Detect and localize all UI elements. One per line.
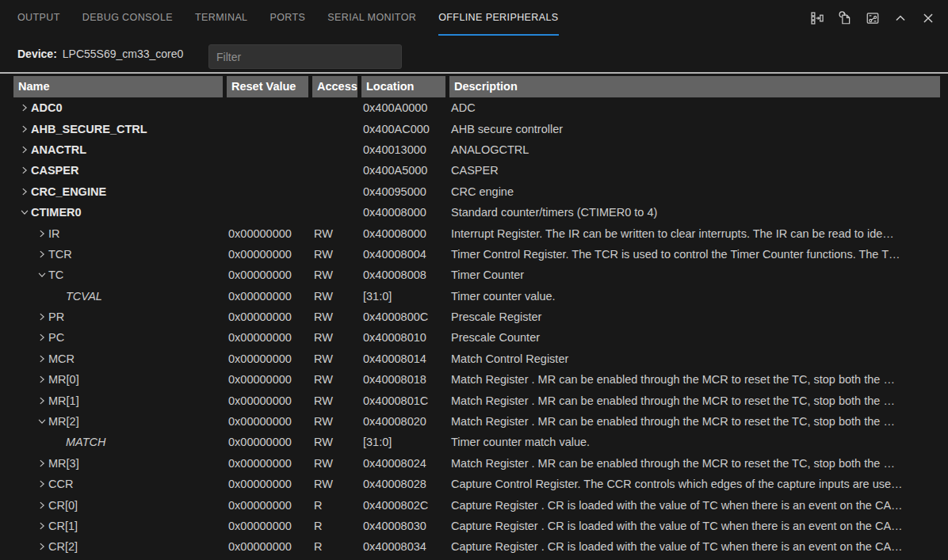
export-register-view-icon[interactable]: [808, 10, 826, 27]
table-row[interactable]: MCR0x00000000RW0x40008014Match Control R…: [13, 349, 940, 369]
table-row[interactable]: MR[1]0x00000000RW0x4000801CMatch Registe…: [13, 390, 940, 410]
reset-value-cell: 0x00000000: [227, 373, 308, 386]
location-cell: 0x4000802C: [361, 499, 445, 512]
table-row[interactable]: PR0x00000000RW0x4000800CPrescale Registe…: [13, 307, 940, 327]
description-cell: AHB secure controller: [449, 123, 940, 135]
registers-table: Name Reset Value Access Location Descrip…: [13, 76, 940, 558]
name-cell: MATCH: [13, 436, 223, 448]
description-cell: CRC engine: [449, 185, 940, 198]
access-cell: RW: [312, 290, 357, 303]
name-cell: MR[3]: [13, 457, 223, 470]
table-row[interactable]: MR[2]0x00000000RW0x40008020Match Registe…: [13, 411, 940, 432]
device-toolbar: Device: LPC55S69_cm33_core0: [0, 36, 948, 72]
table-row[interactable]: ADC00x400A0000ADC: [13, 97, 940, 118]
table-row[interactable]: CRC_ENGINE0x40095000CRC engine: [13, 181, 940, 202]
chevron-right-icon[interactable]: [18, 164, 31, 177]
chevron-right-icon[interactable]: [36, 331, 48, 344]
register-name: PC: [48, 331, 64, 344]
chevron-right-icon[interactable]: [36, 227, 48, 240]
table-row[interactable]: CR[0]0x00000000R0x4000802CCapture Regist…: [13, 494, 940, 515]
location-cell: 0x4000800C: [361, 310, 445, 323]
table-row[interactable]: ANACTRL0x40013000ANALOGCTRL: [13, 139, 940, 160]
column-header-description: Description: [449, 76, 940, 97]
chevron-right-icon[interactable]: [36, 352, 48, 365]
chevron-down-icon[interactable]: [36, 269, 48, 281]
chevron-right-icon[interactable]: [36, 478, 48, 490]
tab-output[interactable]: OUTPUT: [17, 0, 60, 36]
reset-value-cell: 0x00000000: [227, 520, 308, 532]
device-label: Device:: [17, 48, 57, 60]
table-row[interactable]: CR[2]0x00000000R0x40008034Capture Regist…: [13, 536, 940, 557]
reset-value-cell: 0x00000000: [227, 248, 308, 261]
table-row[interactable]: MR[0]0x00000000RW0x40008018Match Registe…: [13, 369, 940, 390]
chevron-down-icon[interactable]: [18, 206, 31, 219]
table-body: ADC00x400A0000ADCAHB_SECURE_CTRL0x400AC0…: [13, 97, 940, 558]
access-cell: RW: [312, 373, 357, 386]
close-icon[interactable]: [919, 10, 937, 27]
name-cell: CTIMER0: [13, 206, 223, 219]
chevron-right-icon[interactable]: [36, 520, 48, 532]
table-row[interactable]: MR[3]0x00000000RW0x40008024Match Registe…: [13, 453, 940, 474]
table-row[interactable]: CTIMER00x40008000Standard counter/timers…: [13, 202, 940, 223]
access-cell: RW: [312, 394, 357, 407]
location-cell: 0x40008028: [361, 478, 445, 490]
register-name: CCR: [48, 478, 73, 490]
chevron-down-icon[interactable]: [36, 415, 48, 428]
description-cell: Standard counter/timers (CTIMER0 to 4): [449, 206, 940, 219]
table-row[interactable]: TCR0x00000000RW0x40008004Timer Control R…: [13, 244, 940, 265]
table-row[interactable]: CCR0x00000000RW0x40008028Capture Control…: [13, 474, 940, 494]
table-row[interactable]: IR0x00000000RW0x40008000Interrupt Regist…: [13, 223, 940, 243]
register-name: MR[3]: [48, 457, 79, 470]
filter-input[interactable]: [208, 44, 402, 69]
chevron-right-icon[interactable]: [18, 123, 31, 135]
name-cell: PR: [13, 310, 223, 323]
name-cell: CASPER: [13, 164, 223, 177]
chevron-right-icon[interactable]: [36, 248, 48, 261]
chevron-right-icon[interactable]: [36, 499, 48, 512]
tab-terminal[interactable]: TERMINAL: [195, 0, 247, 36]
description-cell: Timer Counter: [449, 269, 940, 281]
table-row[interactable]: PC0x00000000RW0x40008010Prescale Counter: [13, 327, 940, 348]
description-cell: ADC: [449, 101, 940, 114]
chevron-right-icon[interactable]: [36, 373, 48, 386]
name-cell: CCR: [13, 478, 223, 490]
register-name: ANACTRL: [31, 143, 86, 156]
chevron-right-icon[interactable]: [36, 457, 48, 470]
tab-serial-monitor[interactable]: SERIAL MONITOR: [327, 0, 416, 36]
register-name: CR[0]: [48, 499, 78, 512]
chevron-right-icon[interactable]: [36, 540, 48, 553]
location-cell: 0x4000801C: [361, 394, 445, 407]
location-cell: 0x40008024: [361, 457, 445, 470]
table-row[interactable]: TC0x00000000RW0x40008008Timer Counter: [13, 265, 940, 285]
chevron-right-icon[interactable]: [18, 185, 31, 198]
description-cell: Match Register . MR can be enabled throu…: [449, 373, 940, 386]
description-cell: Capture Control Register. The CCR contro…: [449, 478, 940, 490]
location-cell: 0x40008014: [361, 352, 445, 365]
chevron-right-icon[interactable]: [36, 394, 48, 407]
register-name: TCR: [48, 248, 72, 261]
description-cell: Timer Control Register. The TCR is used …: [449, 248, 940, 261]
description-cell: ANALOGCTRL: [449, 143, 940, 156]
table-row[interactable]: CR[1]0x00000000R0x40008030Capture Regist…: [13, 516, 940, 536]
peripherals-view-icon[interactable]: [864, 10, 881, 27]
chevron-right-icon[interactable]: [18, 101, 31, 114]
reset-value-cell: 0x00000000: [227, 499, 308, 512]
table-row[interactable]: MATCH0x00000000RW[31:0]Timer counter mat…: [13, 432, 940, 452]
table-row[interactable]: AHB_SECURE_CTRL0x400AC000AHB secure cont…: [13, 118, 940, 139]
location-cell: [31:0]: [361, 436, 445, 448]
description-cell: Prescale Counter: [449, 331, 940, 344]
chevron-right-icon[interactable]: [18, 143, 31, 156]
reset-value-cell: 0x00000000: [227, 415, 308, 428]
chevron-right-icon[interactable]: [36, 310, 48, 323]
register-name: MR[0]: [48, 373, 79, 386]
column-header-name: Name: [13, 76, 223, 97]
chevron-up-icon[interactable]: [892, 10, 909, 27]
table-row[interactable]: CASPER0x400A5000CASPER: [13, 160, 940, 181]
tab-ports[interactable]: PORTS: [269, 0, 305, 36]
reset-value-cell: 0x00000000: [227, 331, 308, 344]
tab-offline-peripherals[interactable]: OFFLINE PERIPHERALS: [438, 0, 558, 36]
tab-debug-console[interactable]: DEBUG CONSOLE: [82, 0, 173, 36]
table-row[interactable]: TCVAL0x00000000RW[31:0]Timer counter val…: [13, 286, 940, 307]
register-name: CTIMER0: [31, 206, 82, 219]
load-svd-file-icon[interactable]: [836, 10, 854, 27]
